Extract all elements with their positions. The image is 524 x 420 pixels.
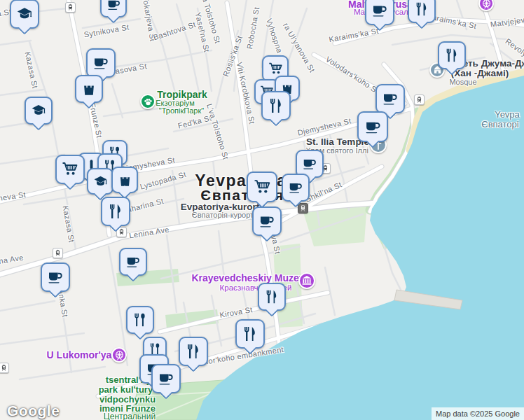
tram-stop-badge[interactable] (414, 94, 425, 105)
tram-icon (415, 96, 423, 104)
restaurant-icon (414, 1, 429, 17)
coffee-cup-icon (258, 213, 275, 230)
tram-icon (54, 249, 62, 257)
google-logo[interactable]: Google (7, 402, 60, 419)
coffee-cup-icon (125, 254, 141, 270)
poi-marker-shopping-cart[interactable] (55, 155, 85, 184)
poi-marker-coffee-cup[interactable] (375, 84, 405, 113)
tropikpark-label: "ТропікПарк" (159, 106, 204, 115)
poi-marker-coffee-cup[interactable] (252, 206, 282, 236)
poi-marker-graduation-cap[interactable] (10, 0, 39, 29)
coffee-cup-icon (364, 118, 382, 136)
paw-icon (142, 96, 154, 108)
poi-marker-restaurant[interactable] (179, 337, 208, 366)
park-frunze-label: Центральний (104, 412, 156, 420)
poi-marker-coffee-cup[interactable] (86, 48, 116, 78)
poi-marker-shopping-bag[interactable] (75, 75, 103, 103)
restaurant-icon (444, 48, 460, 63)
shopping-cart-icon (254, 178, 271, 196)
u-lukomorya-poi-icon[interactable] (111, 347, 127, 363)
poi-marker-shopping-cart[interactable] (247, 172, 277, 202)
restaurant-icon (242, 326, 258, 342)
coffee-cup-icon (382, 90, 399, 107)
map-canvas[interactable]: a StSytnikova StTokarjeva StBashtova StY… (0, 0, 524, 420)
tram-icon (67, 4, 74, 11)
museum-icon (301, 274, 313, 287)
poi-marker-coffee-cup[interactable] (41, 262, 70, 292)
poi-marker-coffee-cup[interactable] (100, 0, 127, 18)
poi-marker-graduation-cap[interactable] (87, 168, 113, 195)
tram-stop-badge[interactable] (0, 363, 9, 373)
poi-marker-coffee-cup[interactable] (119, 248, 147, 276)
water-name-label: Yevpa (495, 109, 520, 120)
train-icon (299, 204, 307, 212)
cutlery-icon (132, 312, 148, 328)
train-stop-badge[interactable] (298, 203, 308, 214)
shopping-cart-icon (268, 62, 283, 76)
graduation-cap-icon (93, 174, 108, 189)
poi-marker-restaurant[interactable] (235, 319, 265, 349)
tram-icon (0, 364, 8, 372)
restaurant-icon (264, 289, 280, 304)
coffee-cup-icon (92, 55, 109, 71)
evpatoriya-kurort-label: Євпаторія-курорт (192, 211, 254, 219)
water-name-label: Євпаторі (481, 119, 518, 130)
poi-marker-shopping-bag[interactable] (111, 167, 138, 193)
restaurant-icon (107, 203, 124, 220)
tram-stop-badge[interactable] (65, 2, 76, 13)
poi-marker-restaurant[interactable] (101, 197, 130, 226)
coffee-cup-icon (302, 156, 317, 172)
poi-marker-coffee-cup[interactable] (357, 111, 388, 142)
krayevedcheskiy-muzey-label[interactable]: Krayevedcheskiy Muzey (191, 272, 304, 284)
poi-marker-restaurant[interactable] (258, 283, 286, 311)
dzhuma-dzhami-mosque-label: Mosque (449, 78, 476, 86)
krayevedcheskiy-muzey-poi-icon[interactable] (298, 272, 315, 289)
tropikpark-poi-icon[interactable] (140, 94, 156, 109)
ferris-icon (481, 0, 492, 10)
shopping-bag-icon (81, 81, 97, 97)
cutlery-icon (149, 342, 162, 356)
poi-marker-cutlery[interactable] (126, 306, 154, 334)
ferris-icon (113, 349, 125, 361)
poi-marker-coffee-cup[interactable] (151, 364, 181, 393)
coffee-cup-icon (47, 269, 64, 286)
park-frunze-label: park kul'tury i (99, 384, 158, 395)
shopping-bag-icon (118, 173, 132, 188)
u-lukomorya-label[interactable]: U Lukomor'ya (47, 349, 112, 360)
poi-marker-restaurant[interactable] (438, 41, 466, 69)
coffee-cup-icon (288, 180, 303, 195)
coffee-cup-icon (371, 2, 388, 19)
graduation-cap-icon (31, 103, 46, 118)
restaurant-icon (185, 343, 202, 360)
tram-stop-badge[interactable] (53, 248, 63, 258)
coffee-cup-icon (158, 370, 174, 387)
poi-marker-graduation-cap[interactable] (25, 97, 53, 125)
graduation-cap-icon (16, 6, 33, 22)
poi-marker-restaurant[interactable] (408, 0, 436, 23)
poi-marker-restaurant[interactable] (261, 91, 291, 120)
map-attribution: Map data ©2025 Google (432, 407, 524, 420)
tram-icon (118, 228, 125, 236)
poi-marker-coffee-cup[interactable] (282, 174, 310, 202)
restaurant-icon (268, 97, 284, 114)
shopping-cart-icon (62, 161, 78, 178)
coffee-cup-icon (106, 0, 121, 12)
poi-marker-coffee-cup[interactable] (365, 0, 394, 25)
